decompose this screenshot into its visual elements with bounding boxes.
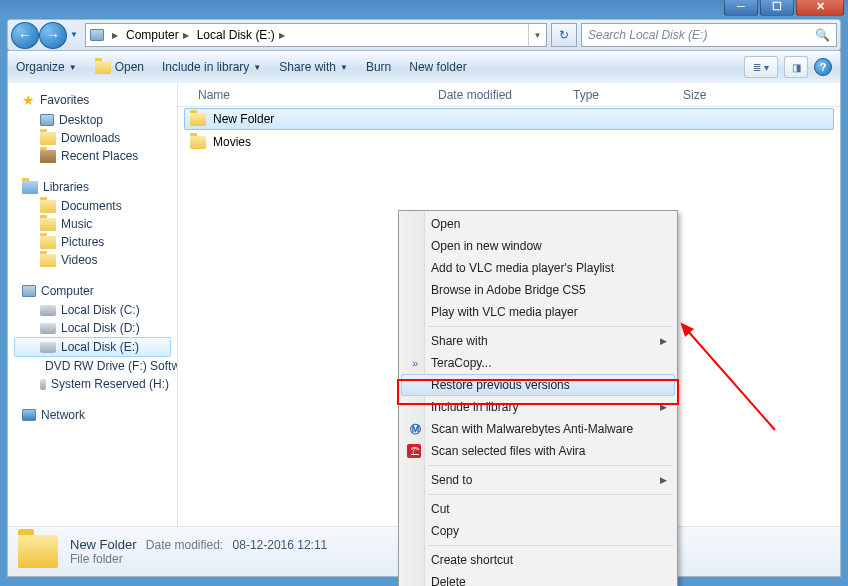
ctx-add-vlc-playlist[interactable]: Add to VLC media player's Playlist: [401, 257, 675, 279]
recent-icon: [40, 150, 56, 163]
ctx-open[interactable]: Open: [401, 213, 675, 235]
new-folder-button[interactable]: New folder: [409, 60, 466, 74]
ctx-create-shortcut[interactable]: Create shortcut: [401, 549, 675, 571]
libraries-icon: [22, 181, 38, 194]
folder-icon: [18, 535, 58, 568]
ctx-scan-malwarebytes[interactable]: ⓂScan with Malwarebytes Anti-Malware: [401, 418, 675, 440]
nav-music[interactable]: Music: [8, 215, 177, 233]
file-row[interactable]: New Folder: [184, 108, 834, 130]
folder-icon: [95, 61, 111, 74]
disk-icon: [40, 342, 56, 353]
ctx-send-to[interactable]: Send to▶: [401, 469, 675, 491]
file-name: Movies: [213, 135, 251, 149]
submenu-arrow-icon: ▶: [660, 336, 667, 346]
ctx-include-in-library[interactable]: Include in library▶: [401, 396, 675, 418]
network-icon: [22, 409, 36, 421]
computer-icon: [90, 29, 104, 41]
address-dropdown[interactable]: ▼: [528, 24, 546, 46]
nav-libraries[interactable]: Libraries: [8, 177, 177, 197]
search-placeholder: Search Local Disk (E:): [588, 28, 707, 42]
nav-system-reserved[interactable]: System Reserved (H:): [8, 375, 177, 393]
folder-icon: [40, 200, 56, 213]
nav-network[interactable]: Network: [8, 405, 177, 425]
column-size[interactable]: Size: [675, 88, 755, 102]
teracopy-icon: »: [407, 355, 423, 371]
breadcrumb-computer[interactable]: Computer▶: [122, 23, 193, 47]
nav-pictures[interactable]: Pictures: [8, 233, 177, 251]
computer-icon: [22, 285, 36, 297]
content: ★Favorites Desktop Downloads Recent Plac…: [7, 83, 841, 577]
include-in-library-button[interactable]: Include in library ▼: [162, 60, 261, 74]
nav-desktop[interactable]: Desktop: [8, 111, 177, 129]
column-type[interactable]: Type: [565, 88, 675, 102]
preview-pane-button[interactable]: ◨: [784, 56, 808, 78]
file-name: New Folder: [213, 112, 274, 126]
nav-favorites[interactable]: ★Favorites: [8, 89, 177, 111]
disk-icon: [40, 323, 56, 334]
ctx-open-new-window[interactable]: Open in new window: [401, 235, 675, 257]
ctx-scan-avira[interactable]: ⛱Scan selected files with Avira: [401, 440, 675, 462]
disk-icon: [40, 379, 46, 390]
navigation-pane: ★Favorites Desktop Downloads Recent Plac…: [8, 83, 178, 526]
minimize-button[interactable]: ─: [724, 0, 758, 16]
history-dropdown[interactable]: ▼: [67, 22, 81, 48]
file-row[interactable]: Movies: [178, 131, 840, 153]
nav-recent-places[interactable]: Recent Places: [8, 147, 177, 165]
disk-icon: [40, 305, 56, 316]
desktop-icon: [40, 114, 54, 126]
ctx-teracopy[interactable]: »TeraCopy...: [401, 352, 675, 374]
toolbar: Organize ▼ Open Include in library ▼ Sha…: [7, 51, 841, 83]
nav-downloads[interactable]: Downloads: [8, 129, 177, 147]
folder-icon: [40, 218, 56, 231]
organize-button[interactable]: Organize ▼: [16, 60, 77, 74]
ctx-cut[interactable]: Cut: [401, 498, 675, 520]
breadcrumb-root-arrow[interactable]: ▶: [104, 23, 122, 47]
star-icon: ★: [22, 92, 35, 108]
navbar: ← → ▼ ▶ Computer▶ Local Disk (E:)▶ ▼ ↻ S…: [7, 19, 841, 51]
nav-dvd-drive[interactable]: DVD RW Drive (F:) Software: [8, 357, 177, 375]
share-with-button[interactable]: Share with ▼: [279, 60, 348, 74]
help-button[interactable]: ?: [814, 58, 832, 76]
view-options-button[interactable]: ≣ ▾: [744, 56, 778, 78]
address-bar[interactable]: ▶ Computer▶ Local Disk (E:)▶ ▼: [85, 23, 547, 47]
search-input[interactable]: Search Local Disk (E:) 🔍: [581, 23, 837, 47]
nav-local-disk-c[interactable]: Local Disk (C:): [8, 301, 177, 319]
submenu-arrow-icon: ▶: [660, 402, 667, 412]
column-date[interactable]: Date modified: [430, 88, 565, 102]
folder-icon: [190, 113, 206, 126]
search-icon: 🔍: [815, 28, 830, 42]
refresh-button[interactable]: ↻: [551, 23, 577, 47]
nav-computer[interactable]: Computer: [8, 281, 177, 301]
ctx-copy[interactable]: Copy: [401, 520, 675, 542]
nav-local-disk-d[interactable]: Local Disk (D:): [8, 319, 177, 337]
back-button[interactable]: ←: [11, 22, 39, 49]
ctx-browse-bridge[interactable]: Browse in Adobe Bridge CS5: [401, 279, 675, 301]
forward-button[interactable]: →: [39, 22, 67, 49]
ctx-restore-previous-versions[interactable]: Restore previous versions: [401, 374, 675, 396]
avira-icon: ⛱: [407, 444, 421, 458]
breadcrumb-localdisk-e[interactable]: Local Disk (E:)▶: [193, 23, 289, 47]
context-menu: Open Open in new window Add to VLC media…: [398, 210, 678, 586]
malwarebytes-icon: Ⓜ: [407, 421, 423, 437]
burn-button[interactable]: Burn: [366, 60, 391, 74]
folder-icon: [40, 254, 56, 267]
ctx-play-vlc[interactable]: Play with VLC media player: [401, 301, 675, 323]
nav-documents[interactable]: Documents: [8, 197, 177, 215]
folder-icon: [190, 136, 206, 149]
folder-icon: [40, 236, 56, 249]
open-button[interactable]: Open: [95, 60, 144, 74]
details-type: File folder: [70, 552, 327, 566]
maximize-button[interactable]: ☐: [760, 0, 794, 16]
ctx-share-with[interactable]: Share with▶: [401, 330, 675, 352]
folder-icon: [40, 132, 56, 145]
column-name[interactable]: Name: [190, 88, 430, 102]
nav-local-disk-e[interactable]: Local Disk (E:): [14, 337, 171, 357]
details-name: New Folder: [70, 537, 136, 552]
submenu-arrow-icon: ▶: [660, 475, 667, 485]
column-headers: Name Date modified Type Size: [178, 83, 840, 107]
titlebar: ─ ☐ ✕: [0, 0, 848, 15]
ctx-delete[interactable]: Delete: [401, 571, 675, 586]
nav-videos[interactable]: Videos: [8, 251, 177, 269]
details-modified-label: Date modified:: [146, 538, 223, 552]
close-button[interactable]: ✕: [796, 0, 844, 16]
